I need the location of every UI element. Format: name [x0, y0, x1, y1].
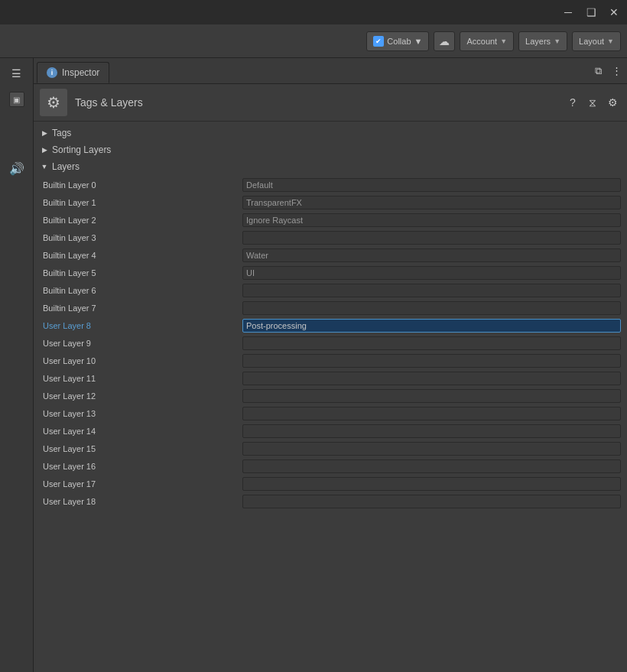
layers-button[interactable]: Layers ▼	[518, 31, 567, 51]
inspector-header: ⚙ Tags & Layers ? ⧖ ⚙	[34, 84, 627, 122]
sidebar-panel-icon[interactable]: ▣	[9, 92, 24, 107]
inspector-tab-icon: i	[47, 67, 57, 78]
tags-triangle-icon: ▶	[40, 128, 49, 138]
collab-arrow-icon: ▼	[414, 37, 423, 46]
user-layer-14-label: User Layer 14	[40, 427, 242, 436]
collab-label: Collab	[387, 37, 411, 46]
builtin-layer-4-label: Builtin Layer 4	[40, 251, 242, 260]
cloud-button[interactable]: ☁	[434, 31, 455, 51]
user-layer-14-input[interactable]	[242, 424, 621, 438]
user-layer-16-input[interactable]	[242, 459, 621, 473]
user-layer-9-input[interactable]	[242, 336, 621, 350]
help-button[interactable]: ?	[564, 94, 581, 111]
minimize-button[interactable]: ─	[561, 5, 575, 19]
layout-button[interactable]: Layout ▼	[572, 31, 621, 51]
layer-row-user-16: User Layer 16	[40, 458, 621, 475]
user-layer-11-label: User Layer 11	[40, 374, 242, 383]
user-layer-17-input[interactable]	[242, 477, 621, 491]
user-layer-9-label: User Layer 9	[40, 339, 242, 348]
tags-section-title: Tags	[52, 128, 71, 138]
toolbar: ✔ Collab ▼ ☁ Account ▼ Layers ▼ Layout ▼	[0, 24, 627, 58]
builtin-layer-3-input[interactable]	[242, 231, 621, 245]
user-layer-13-input[interactable]	[242, 407, 621, 420]
layer-row-builtin-5: Builtin Layer 5	[40, 265, 621, 281]
user-layer-17-label: User Layer 17	[40, 479, 242, 489]
left-sidebar: ☰ ▣ 🔊	[0, 58, 34, 672]
sidebar-speaker-icon[interactable]: 🔊	[5, 156, 29, 180]
sorting-layers-section-title: Sorting Layers	[52, 144, 111, 155]
user-layer-13-label: User Layer 13	[40, 409, 242, 418]
title-bar: ─ ❑ ✕	[0, 0, 627, 24]
user-layer-18-input[interactable]	[242, 495, 621, 508]
inspector-tab[interactable]: i Inspector	[37, 62, 109, 83]
content-area: i Inspector ⧉ ⋮ ⚙ Tags & Layers ? ⧖ ⚙	[34, 58, 627, 672]
tab-bar: i Inspector ⧉ ⋮	[34, 58, 627, 84]
builtin-layer-0-input[interactable]	[242, 178, 621, 192]
layers-table: Builtin Layer 0 Builtin Layer 1 Builtin …	[34, 175, 627, 512]
user-layer-18-label: User Layer 18	[40, 497, 242, 506]
inspector-title: Tags & Layers	[75, 96, 143, 109]
layer-row-user-17: User Layer 17	[40, 476, 621, 492]
builtin-layer-0-label: Builtin Layer 0	[40, 180, 242, 190]
layers-triangle-icon: ▼	[40, 162, 49, 171]
layer-row-builtin-1: Builtin Layer 1	[40, 194, 621, 211]
layer-row-user-18: User Layer 18	[40, 493, 621, 510]
user-layer-15-input[interactable]	[242, 442, 621, 456]
layout-label: Layout	[579, 37, 604, 46]
layer-row-builtin-7: Builtin Layer 7	[40, 300, 621, 317]
tab-menu-button[interactable]: ⋮	[609, 63, 624, 79]
account-button[interactable]: Account ▼	[460, 31, 514, 51]
close-button[interactable]: ✕	[607, 5, 621, 19]
main-area: ☰ ▣ 🔊 i Inspector ⧉ ⋮ ⚙ Tags & Layers ?	[0, 58, 627, 672]
sorting-layers-triangle-icon: ▶	[40, 145, 49, 154]
user-layer-11-input[interactable]	[242, 372, 621, 385]
settings-button[interactable]: ⚙	[604, 94, 621, 111]
user-layer-12-label: User Layer 12	[40, 391, 242, 401]
tab-popout-button[interactable]: ⧉	[590, 63, 606, 79]
builtin-layer-5-label: Builtin Layer 5	[40, 268, 242, 278]
builtin-layer-7-input[interactable]	[242, 301, 621, 315]
user-layer-10-label: User Layer 10	[40, 356, 242, 365]
layer-row-builtin-6: Builtin Layer 6	[40, 282, 621, 299]
layer-row-user-15: User Layer 15	[40, 440, 621, 457]
layer-row-user-13: User Layer 13	[40, 405, 621, 422]
layer-row-user-14: User Layer 14	[40, 423, 621, 440]
builtin-layer-2-label: Builtin Layer 2	[40, 216, 242, 225]
sidebar-menu-icon[interactable]: ☰	[5, 61, 29, 86]
layers-action-button[interactable]: ⧖	[584, 94, 601, 111]
layers-section-header[interactable]: ▼ Layers	[34, 158, 627, 175]
user-layer-8-label: User Layer 8	[40, 321, 242, 330]
account-label: Account	[466, 37, 497, 46]
builtin-layer-2-input[interactable]	[242, 213, 621, 227]
builtin-layer-6-input[interactable]	[242, 284, 621, 297]
sorting-layers-section-header[interactable]: ▶ Sorting Layers	[34, 141, 627, 158]
builtin-layer-1-label: Builtin Layer 1	[40, 198, 242, 207]
collab-icon: ✔	[373, 36, 384, 47]
user-layer-8-input[interactable]	[242, 319, 621, 333]
account-arrow-icon: ▼	[500, 37, 507, 45]
user-layer-12-input[interactable]	[242, 389, 621, 403]
maximize-button[interactable]: ❑	[584, 5, 598, 19]
layer-row-user-12: User Layer 12	[40, 388, 621, 404]
builtin-layer-4-input[interactable]	[242, 248, 621, 262]
layer-row-user-8: User Layer 8	[40, 317, 621, 334]
builtin-layer-6-label: Builtin Layer 6	[40, 286, 242, 295]
layout-arrow-icon: ▼	[607, 37, 614, 45]
layer-row-builtin-4: Builtin Layer 4	[40, 247, 621, 264]
layer-row-builtin-2: Builtin Layer 2	[40, 212, 621, 229]
builtin-layer-5-input[interactable]	[242, 266, 621, 280]
tags-layers-icon: ⚙	[40, 89, 67, 116]
user-layer-16-label: User Layer 16	[40, 462, 242, 471]
layers-label: Layers	[525, 37, 551, 46]
layer-row-user-10: User Layer 10	[40, 352, 621, 369]
layer-row-user-11: User Layer 11	[40, 370, 621, 387]
user-layer-15-label: User Layer 15	[40, 444, 242, 453]
layers-section-title: Layers	[52, 161, 80, 172]
collab-button[interactable]: ✔ Collab ▼	[366, 31, 429, 51]
tags-section-header[interactable]: ▶ Tags	[34, 125, 627, 141]
inspector-content: ▶ Tags ▶ Sorting Layers ▼ Layers Builtin…	[34, 122, 627, 672]
user-layer-10-input[interactable]	[242, 354, 621, 368]
layer-row-user-9: User Layer 9	[40, 335, 621, 352]
builtin-layer-1-input[interactable]	[242, 196, 621, 209]
layers-arrow-icon: ▼	[554, 37, 560, 45]
